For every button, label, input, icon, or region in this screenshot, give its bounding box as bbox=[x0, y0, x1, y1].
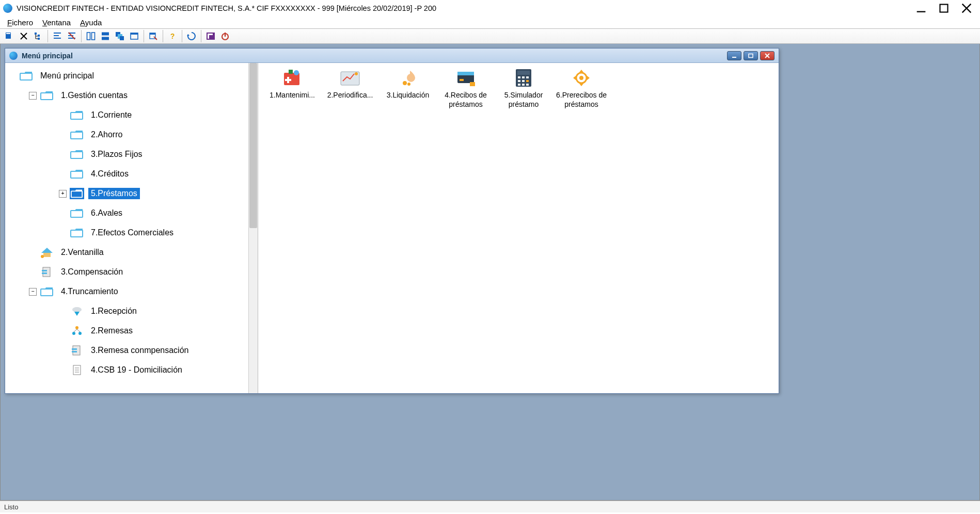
house-icon bbox=[40, 247, 54, 258]
content-item[interactable]: 1.Mantenimi... bbox=[263, 68, 321, 100]
content-item[interactable]: 4.Recibos de préstamos bbox=[437, 68, 495, 109]
svg-line-65 bbox=[77, 329, 80, 332]
tree-item[interactable]: 7.Efectos Comerciales bbox=[6, 223, 258, 243]
content-item[interactable]: 3.Liquidación bbox=[379, 68, 437, 100]
svg-rect-55 bbox=[43, 267, 50, 277]
cascade-icon[interactable] bbox=[113, 29, 127, 43]
tree-item[interactable]: 4.CSB 19 - Domiciliación bbox=[6, 360, 258, 380]
folder-icon bbox=[70, 109, 84, 121]
tree-item[interactable]: − 1.Gestión cuentas bbox=[6, 86, 258, 105]
tree-item-label: 2.Ahorro bbox=[88, 129, 125, 140]
svg-point-61 bbox=[75, 326, 78, 329]
tree-item[interactable]: 2.Ahorro bbox=[6, 125, 258, 144]
app-brand-icon[interactable] bbox=[204, 29, 217, 43]
maintain-icon bbox=[280, 68, 304, 88]
window-maximize-button[interactable] bbox=[939, 3, 949, 13]
folder-icon bbox=[40, 90, 54, 101]
folder-icon bbox=[70, 227, 84, 238]
svg-text:?: ? bbox=[170, 32, 175, 40]
tree-item[interactable]: 1.Corriente bbox=[6, 105, 258, 125]
child-close-button[interactable] bbox=[760, 51, 774, 60]
svg-rect-95 bbox=[522, 84, 525, 86]
tree-item-label: 1.Gestión cuentas bbox=[58, 90, 130, 101]
tree-item[interactable]: 4.Créditos bbox=[6, 164, 258, 184]
svg-rect-44 bbox=[71, 113, 83, 119]
svg-rect-49 bbox=[71, 191, 82, 197]
split-v-icon[interactable] bbox=[84, 29, 98, 43]
tree-item[interactable]: 3.Plazos Fijos bbox=[6, 144, 258, 164]
menu-ayuda[interactable]: Ayuda bbox=[80, 18, 102, 27]
align-strike-icon[interactable] bbox=[65, 29, 78, 43]
svg-rect-50 bbox=[71, 211, 83, 217]
svg-rect-28 bbox=[150, 33, 155, 35]
statusbar: Listo bbox=[0, 501, 980, 512]
svg-rect-46 bbox=[71, 152, 83, 158]
menu-fichero[interactable]: Fichero bbox=[7, 18, 33, 27]
navigation-tree[interactable]: Menú principal − 1.Gestión cuentas 1.Cor… bbox=[5, 63, 258, 380]
split-h-icon[interactable] bbox=[99, 29, 112, 43]
svg-rect-58 bbox=[41, 289, 53, 296]
child-window-titlebar[interactable]: Menú principal bbox=[5, 49, 779, 63]
help-icon[interactable]: ? bbox=[166, 29, 179, 43]
menu-ventana[interactable]: Ventana bbox=[42, 18, 71, 27]
window-icon[interactable] bbox=[128, 29, 141, 43]
child-minimize-button[interactable] bbox=[727, 51, 741, 60]
child-maximize-button[interactable] bbox=[744, 51, 758, 60]
content-item[interactable]: 2.Periodifica... bbox=[321, 68, 379, 100]
doc-icon bbox=[70, 345, 84, 356]
tree-item-label: 2.Ventanilla bbox=[58, 247, 106, 258]
tree-item[interactable]: 2.Remesas bbox=[6, 321, 258, 341]
tree-item-label: 7.Efectos Comerciales bbox=[88, 227, 176, 238]
tree-item-label: 3.Compensación bbox=[58, 266, 125, 278]
svg-rect-87 bbox=[517, 71, 530, 75]
content-item-label: 2.Periodifica... bbox=[321, 91, 379, 100]
folder-icon bbox=[70, 129, 84, 140]
doc-icon bbox=[40, 266, 54, 278]
tree-label: Menú principal bbox=[38, 70, 97, 82]
folder-icon bbox=[19, 70, 34, 82]
content-item-label: 1.Mantenimi... bbox=[263, 91, 321, 100]
svg-rect-93 bbox=[526, 80, 529, 82]
svg-rect-43 bbox=[41, 93, 53, 100]
inspect-icon[interactable] bbox=[147, 29, 160, 43]
window-close-button[interactable] bbox=[961, 3, 972, 13]
child-window-menu-principal: Menú principal Menú principal bbox=[5, 48, 779, 394]
svg-marker-32 bbox=[187, 34, 189, 36]
scrollbar-thumb[interactable] bbox=[249, 63, 257, 228]
svg-point-98 bbox=[579, 76, 583, 80]
tree-item[interactable]: 3.Compensación bbox=[6, 262, 258, 282]
tree-item[interactable]: − 4.Truncamiento bbox=[6, 282, 258, 301]
svg-rect-89 bbox=[522, 76, 525, 78]
tree-scrollbar[interactable] bbox=[248, 63, 258, 393]
svg-rect-84 bbox=[460, 79, 464, 81]
svg-rect-51 bbox=[71, 230, 83, 237]
tree-item[interactable]: 3.Remesa conmpensación bbox=[6, 341, 258, 360]
tree-expander-minus[interactable]: − bbox=[29, 92, 37, 100]
toolbar: ? bbox=[0, 28, 980, 44]
tree-expander-minus[interactable]: − bbox=[29, 288, 37, 296]
tree-expander-plus[interactable]: + bbox=[59, 190, 67, 198]
refresh-icon[interactable] bbox=[185, 29, 198, 43]
align-left-icon[interactable] bbox=[51, 29, 64, 43]
close-icon[interactable] bbox=[17, 29, 30, 43]
page-icon bbox=[70, 364, 84, 376]
content-item[interactable]: 6.Prerecibos de préstamos bbox=[552, 68, 610, 109]
folder-icon bbox=[40, 286, 54, 297]
svg-rect-88 bbox=[518, 76, 520, 78]
power-icon[interactable] bbox=[218, 29, 232, 43]
tree-item[interactable]: 2.Ventanilla bbox=[6, 243, 258, 262]
tree-item[interactable]: 6.Avales bbox=[6, 203, 258, 223]
tree-root[interactable]: Menú principal bbox=[6, 66, 258, 86]
window-minimize-button[interactable] bbox=[916, 3, 926, 13]
content-item[interactable]: 5.Simulador préstamo bbox=[495, 68, 552, 109]
tree-item[interactable]: 1.Recepción bbox=[6, 301, 258, 321]
tree-icon[interactable] bbox=[31, 29, 45, 43]
svg-rect-39 bbox=[749, 54, 753, 57]
folder-icon bbox=[70, 168, 84, 180]
svg-rect-42 bbox=[20, 73, 32, 80]
svg-marker-100 bbox=[579, 84, 583, 86]
open-db-icon[interactable] bbox=[3, 29, 16, 43]
svg-point-54 bbox=[41, 255, 44, 258]
tree-item-label: 1.Recepción bbox=[88, 306, 139, 317]
tree-item[interactable]: + 5.Préstamos bbox=[6, 184, 258, 203]
